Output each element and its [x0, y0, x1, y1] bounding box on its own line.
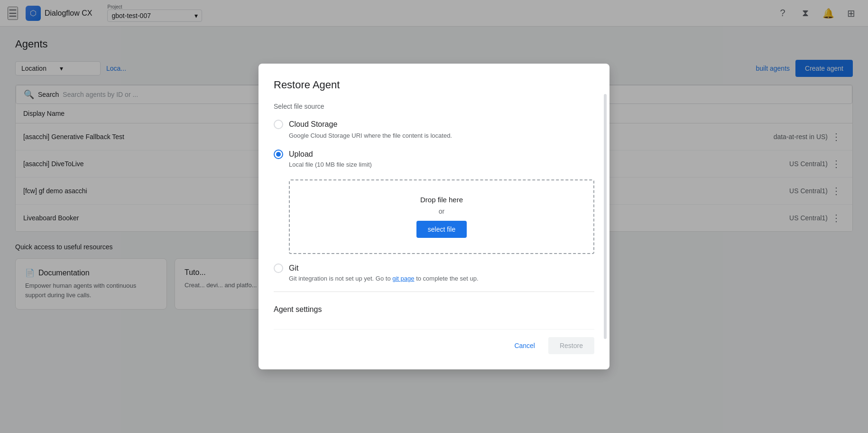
git-radio-row: Git	[274, 264, 594, 273]
cloud-storage-description: Google Cloud Storage URI where the file …	[289, 131, 594, 141]
cloud-storage-option: Cloud Storage Google Cloud Storage URI w…	[274, 120, 594, 141]
git-option: Git Git integration is not set up yet. G…	[274, 264, 594, 282]
git-desc-prefix: Git integration is not set up yet. Go to	[289, 275, 392, 282]
file-source-label: Select file source	[274, 103, 594, 110]
cancel-button[interactable]: Cancel	[507, 337, 543, 354]
git-desc-suffix: to complete the set up.	[416, 275, 479, 282]
drop-text: Drop file here	[305, 196, 578, 204]
modal-title: Restore Agent	[274, 79, 594, 91]
modal-divider	[274, 292, 594, 292]
upload-info-text: Local file (10 MB file size limit)	[289, 161, 594, 168]
cloud-storage-radio-row: Cloud Storage	[274, 120, 594, 129]
git-description: Git integration is not set up yet. Go to…	[289, 275, 594, 282]
modal-overlay[interactable]: Restore Agent Select file source Cloud S…	[0, 0, 868, 433]
modal-footer: Cancel Restore	[274, 329, 594, 354]
git-page-link[interactable]: git page	[392, 275, 414, 282]
restore-button[interactable]: Restore	[548, 337, 594, 354]
git-label: Git	[289, 264, 298, 273]
upload-option: Upload Local file (10 MB file size limit…	[274, 150, 594, 254]
select-file-button[interactable]: select file	[416, 221, 467, 238]
cloud-storage-radio[interactable]	[274, 120, 283, 129]
upload-radio-row: Upload	[274, 150, 594, 159]
file-source-options: Cloud Storage Google Cloud Storage URI w…	[274, 120, 594, 282]
upload-label: Upload	[289, 150, 313, 159]
git-radio[interactable]	[274, 264, 283, 273]
agent-settings-label: Agent settings	[274, 305, 594, 314]
cloud-storage-label: Cloud Storage	[289, 120, 337, 129]
modal-scrollbar[interactable]	[604, 94, 607, 339]
file-drop-zone[interactable]: Drop file here or select file	[289, 179, 594, 254]
drop-or-text: or	[305, 207, 578, 215]
upload-radio[interactable]	[274, 150, 283, 159]
restore-agent-modal: Restore Agent Select file source Cloud S…	[259, 64, 609, 370]
